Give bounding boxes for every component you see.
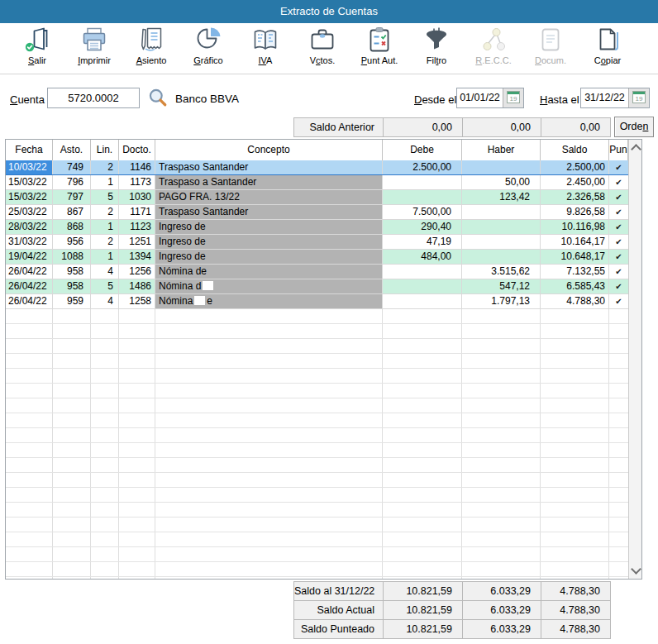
debe-cell: [383, 265, 462, 279]
hasta-label: Hasta el: [540, 93, 579, 106]
check-icon: ✔: [615, 222, 622, 231]
concepto-cell: Nómina d: [155, 279, 383, 293]
fecha-cell: 26/04/22: [6, 265, 53, 279]
toolbar-button-label: Vctos.: [310, 55, 336, 65]
desde-label: Desde el: [414, 93, 456, 106]
summary-haber: 6.033,29: [463, 620, 541, 638]
check-icon: ✔: [615, 208, 622, 217]
table-row[interactable]: 26/04/2295851486Nómina d547,126.585,43✔: [6, 279, 628, 294]
table-row[interactable]: 10/03/2274921146Traspaso Santander2.500,…: [6, 160, 628, 175]
empty-row: [6, 384, 628, 398]
asto-cell: 958: [53, 265, 91, 279]
table-row[interactable]: 25/03/2286721171Traspaso Santander7.500,…: [6, 205, 628, 220]
calendar-button[interactable]: 19: [503, 88, 523, 107]
table-row[interactable]: 15/03/2279751030PAGO FRA. 13/22123,422.3…: [6, 190, 628, 205]
concepto-cell: Nóminae: [155, 294, 383, 308]
saldo-cell: 9.826,58: [541, 205, 609, 219]
docto-cell: 1486: [119, 279, 155, 293]
column-header: Fecha: [6, 140, 53, 160]
scroll-down-icon[interactable]: [631, 564, 641, 575]
punteado-cell[interactable]: ✔: [609, 175, 628, 189]
haber-cell: [462, 205, 541, 219]
asto-cell: 796: [53, 175, 91, 189]
check-icon: ✔: [615, 163, 622, 172]
fecha-cell: 15/03/22: [6, 190, 53, 204]
concepto-cell: Ingreso de: [155, 220, 383, 234]
redaction-patch: [194, 296, 205, 305]
fecha-cell: 26/04/22: [6, 294, 53, 308]
table-row[interactable]: 19/04/22108811394Ingreso de484,0010.648,…: [6, 250, 628, 265]
saldo-cell: 7.132,55: [541, 265, 609, 279]
haber-cell: [462, 220, 541, 234]
empty-row: [6, 562, 628, 577]
empty-row: [6, 413, 628, 428]
toolbar-button-salir[interactable]: Salir: [10, 26, 64, 74]
toolbar-button-filtro[interactable]: Filtro: [409, 26, 464, 74]
toolbar-button-copiar[interactable]: Copiar: [580, 26, 635, 74]
column-header: Pun: [609, 140, 628, 160]
haber-cell: [462, 250, 541, 264]
fecha-cell: 19/04/22: [6, 250, 53, 264]
punteado-cell[interactable]: ✔: [609, 294, 628, 308]
punteado-cell[interactable]: ✔: [609, 265, 628, 279]
lin-cell: 4: [91, 265, 119, 279]
toolbar-button-imprimir[interactable]: Imprimir: [67, 26, 122, 74]
toolbar-button-vctos[interactable]: Vctos.: [295, 26, 350, 74]
empty-row: [6, 473, 628, 488]
lin-cell: 5: [91, 190, 119, 204]
check-icon: ✔: [615, 267, 622, 276]
grid-header: FechaAsto.Lin.Docto.ConceptoDebeHaberSal…: [6, 140, 628, 161]
punteado-cell[interactable]: ✔: [609, 205, 628, 219]
table-row[interactable]: 26/04/2295841256Nómina de3.515,627.132,5…: [6, 265, 628, 279]
punteado-cell[interactable]: ✔: [609, 235, 628, 249]
punteado-cell[interactable]: ✔: [609, 279, 628, 293]
table-row[interactable]: 31/03/2295621251Ingreso de47,1910.164,17…: [6, 235, 628, 250]
toolbar-button-punt-aut[interactable]: Punt Aut.: [352, 26, 407, 74]
table-row[interactable]: 26/04/2295941258Nóminae1.797,134.788,30✔: [6, 294, 628, 309]
docto-cell: 1394: [119, 250, 155, 264]
concepto-cell: Traspaso Santander: [155, 160, 383, 174]
toolbar-button-grafico[interactable]: Gráfico: [181, 26, 236, 74]
summary-grid: Saldo al 31/12/2210.821,596.033,294.788,…: [293, 581, 611, 639]
summary-haber: 6.033,29: [463, 601, 541, 619]
calendar-button[interactable]: 19: [628, 88, 649, 107]
toolbar-button-label: Copiar: [594, 55, 621, 65]
clipboard-check-icon: [365, 26, 393, 54]
punteado-cell[interactable]: ✔: [609, 220, 628, 234]
empty-row: [6, 458, 628, 473]
toolbar-button-label: Filtro: [427, 55, 446, 65]
toolbar-button-recc: R.E.C.C.: [466, 26, 521, 74]
cuenta-label: Cuenta: [10, 93, 45, 106]
vertical-scrollbar[interactable]: [628, 140, 641, 579]
scroll-up-icon[interactable]: [631, 144, 641, 155]
saldo-cell: 4.788,30: [541, 294, 609, 308]
window-titlebar: Extracto de Cuentas: [0, 0, 658, 23]
toolbar-button-label: Docum.: [535, 55, 566, 65]
search-icon[interactable]: [148, 88, 168, 107]
punteado-cell[interactable]: ✔: [609, 160, 628, 174]
column-header: Lin.: [91, 140, 119, 160]
toolbar-button-label: Asiento: [136, 55, 167, 65]
check-icon: ✔: [615, 252, 622, 261]
table-row[interactable]: 15/03/2279611173Traspaso a Santander50,0…: [6, 175, 628, 190]
table-row[interactable]: 28/03/2286811123Ingreso de290,4010.116,9…: [6, 220, 628, 235]
punteado-cell[interactable]: ✔: [609, 250, 628, 264]
lin-cell: 2: [91, 160, 119, 174]
haber-cell: 1.797,13: [462, 294, 541, 308]
saldo-anterior-saldo: 0,00: [541, 118, 610, 136]
column-header: Haber: [462, 140, 541, 160]
concepto-cell: Traspaso Santander: [155, 205, 383, 219]
lin-cell: 1: [91, 250, 119, 264]
debe-cell: 484,00: [383, 250, 462, 264]
summary-debe: 10.821,59: [384, 620, 462, 638]
orden-button[interactable]: Orden: [614, 117, 654, 137]
concepto-cell: Ingreso de: [155, 250, 383, 264]
summary-debe: 10.821,59: [384, 601, 462, 619]
toolbar-button-iva[interactable]: IVA: [238, 26, 293, 74]
empty-row: [6, 354, 628, 369]
hasta-date-input[interactable]: 31/12/22 19: [580, 88, 650, 108]
cuenta-input[interactable]: 5720.0002: [47, 88, 140, 108]
desde-date-input[interactable]: 01/01/22 19: [456, 88, 524, 108]
punteado-cell[interactable]: ✔: [609, 190, 628, 204]
toolbar-button-asiento[interactable]: Asiento: [124, 26, 179, 74]
